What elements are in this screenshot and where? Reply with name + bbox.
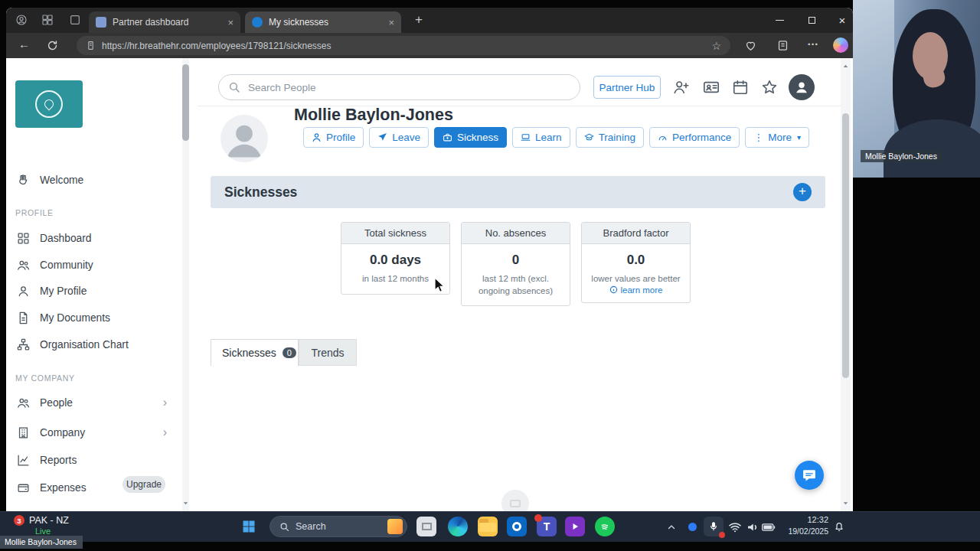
window-maximize-button[interactable] <box>796 8 827 33</box>
sidebar-scrollbar-thumb[interactable] <box>182 64 189 141</box>
onedrive-status-icon[interactable] <box>688 523 697 531</box>
taskbar-search-box[interactable]: Search <box>270 516 407 537</box>
tab-title: Partner dashboard <box>113 17 188 28</box>
microphone-indicator[interactable] <box>704 517 724 536</box>
chart-icon <box>17 454 30 467</box>
search-people-input[interactable] <box>218 74 580 100</box>
sidebar-item-organisation-chart[interactable]: Organisation Chart <box>17 334 179 354</box>
refresh-icon[interactable] <box>46 39 59 52</box>
windows-start-button[interactable] <box>241 519 256 534</box>
main-scrollbar-thumb[interactable] <box>842 113 849 378</box>
teams-notification-badge <box>534 514 542 522</box>
taskbar-app-edge[interactable] <box>448 517 468 536</box>
settings-menu-icon[interactable]: … <box>807 34 818 47</box>
laptop-icon <box>521 132 531 142</box>
taskbar-app-window[interactable] <box>416 517 436 536</box>
browser-essentials-icon[interactable] <box>744 39 757 52</box>
avatar-person-icon <box>793 79 810 96</box>
tab-sicknesses[interactable]: Sicknesses 0 <box>211 339 299 366</box>
microphone-icon <box>708 521 719 532</box>
scroll-up-icon[interactable] <box>841 62 850 70</box>
taskbar-app-teams[interactable]: T <box>537 517 557 536</box>
site-info-icon[interactable] <box>86 41 96 51</box>
employee-tab-performance[interactable]: Performance <box>649 127 740 148</box>
section-title: Sicknesses <box>224 184 297 201</box>
chat-launcher-button[interactable] <box>795 461 824 490</box>
upgrade-badge[interactable]: Upgrade <box>122 476 165 493</box>
employee-tab-training[interactable]: Training <box>576 127 644 148</box>
notification-bell-icon[interactable] <box>833 520 845 533</box>
sidebar-item-my-documents[interactable]: My Documents <box>17 308 179 328</box>
partner-hub-button[interactable]: Partner Hub <box>593 76 661 99</box>
scroll-down-icon[interactable] <box>181 499 190 507</box>
sicknesses-count-badge: 0 <box>283 347 296 358</box>
date: 19/02/2025 <box>779 526 828 537</box>
taskbar-app-spotify[interactable] <box>595 517 615 536</box>
taskbar-clock[interactable]: 12:32 19/02/2025 <box>779 514 828 537</box>
tab-close-icon[interactable]: × <box>388 17 394 28</box>
sidebar-item-welcome[interactable]: Welcome <box>17 170 179 190</box>
building-icon <box>17 426 30 439</box>
people-icon <box>17 396 30 409</box>
tab-close-icon[interactable]: × <box>227 17 234 28</box>
learn-more-link[interactable]: learn more <box>582 285 690 295</box>
company-logo[interactable] <box>15 80 83 128</box>
browser-tab-partner-dashboard[interactable]: Partner dashboard × <box>89 11 240 33</box>
sidebar-item-people[interactable]: People › <box>17 393 179 412</box>
stat-title: No. absences <box>462 223 570 244</box>
search-highlight-icon[interactable] <box>387 519 403 534</box>
avatar-person-icon <box>220 115 268 162</box>
add-person-icon[interactable] <box>673 79 690 96</box>
tray-overflow-icon[interactable] <box>667 523 676 532</box>
employee-tab-sickness[interactable]: Sickness <box>434 127 507 148</box>
battery-icon[interactable] <box>761 521 776 533</box>
bookmark-star-icon[interactable]: ☆ <box>711 40 721 52</box>
employee-tab-more[interactable]: ⋮ More ▾ <box>745 127 809 148</box>
browser-profile-icon[interactable] <box>15 14 28 26</box>
sidebar-item-company[interactable]: Company › <box>17 422 179 442</box>
search-icon <box>279 522 289 532</box>
wallet-icon <box>17 481 30 494</box>
info-icon <box>609 285 618 294</box>
sidebar-item-community[interactable]: Community <box>17 255 179 275</box>
tab-actions-icon[interactable] <box>69 14 81 26</box>
taskbar-app-file-explorer[interactable] <box>478 517 498 536</box>
employee-tab-profile[interactable]: Profile <box>303 127 364 148</box>
contact-card-icon[interactable] <box>703 79 720 96</box>
tab-trends[interactable]: Trends <box>299 339 357 366</box>
stat-card-bradford-factor: Bradford factor 0.0 lower values are bet… <box>581 222 691 303</box>
tab-favicon <box>96 17 106 28</box>
person-icon <box>17 285 30 298</box>
sidebar-item-reports[interactable]: Reports <box>17 450 179 470</box>
employee-tab-learn[interactable]: Learn <box>512 127 570 148</box>
add-sickness-button[interactable]: + <box>793 183 812 201</box>
taskbar-app-outlook[interactable] <box>507 517 527 536</box>
chat-bubble-icon <box>802 468 817 483</box>
workspaces-icon[interactable] <box>41 14 54 26</box>
taskbar-app-media[interactable] <box>565 517 585 536</box>
new-tab-button[interactable]: + <box>415 12 423 28</box>
stat-card-no-absences: No. absences 0 last 12 mth (excl. ongoin… <box>461 222 570 306</box>
scroll-down-icon[interactable] <box>841 499 850 507</box>
calendar-icon[interactable] <box>732 79 749 96</box>
user-avatar[interactable] <box>789 74 815 100</box>
browser-toolbar: ← https://hr.breathehr.com/employees/179… <box>6 33 853 58</box>
collections-icon[interactable] <box>776 39 789 52</box>
wifi-icon[interactable] <box>728 520 742 534</box>
window-minimize-button[interactable] <box>764 8 795 33</box>
window-close-button[interactable]: × <box>827 8 853 33</box>
favorites-star-icon[interactable] <box>761 79 778 96</box>
back-icon[interactable]: ← <box>18 37 30 51</box>
copilot-icon[interactable] <box>833 37 848 53</box>
address-bar[interactable]: https://hr.breathehr.com/employees/17981… <box>77 36 730 55</box>
mouse-cursor <box>433 277 446 294</box>
sidebar-item-my-profile[interactable]: My Profile <box>17 281 179 301</box>
stat-value: 0.0 days <box>341 253 449 268</box>
browser-tab-my-sicknesses[interactable]: My sicknesses × <box>245 11 401 33</box>
browser-tab-bar: Partner dashboard × My sicknesses × + × <box>6 8 853 33</box>
speaker-icon[interactable] <box>746 520 760 534</box>
employee-tab-leave[interactable]: Leave <box>369 127 429 148</box>
sidebar-item-dashboard[interactable]: Dashboard <box>17 228 179 248</box>
webcam-name-label: Mollie Baylon-Jones <box>861 150 942 162</box>
stat-caption: in last 12 months <box>346 273 445 285</box>
